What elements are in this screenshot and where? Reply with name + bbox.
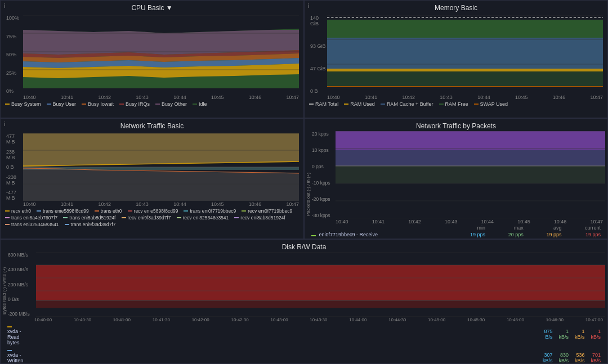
legend-trans-enie5898f8cd99: trans enie5898f8cd99 — [37, 208, 89, 214]
disk-row-xvda-read: xvda - Read bytes 875 B/s 1 kB/s 1 kB/s … — [5, 322, 603, 346]
legend-recv-eni0f7719bbec9: recv eni0f7719bbec9 — [242, 208, 292, 214]
cpu-chart-inner — [23, 15, 299, 94]
packets-row-eni0f7719: eni0f7719bbec9 - Receive 19 pps 20 pps 1… — [309, 231, 603, 238]
busy-iowait-icon — [82, 104, 86, 105]
xvda-read-color-icon — [7, 326, 12, 327]
legend-trans-eni0f7719bbec9: trans eni0f7719bbec9 — [184, 208, 236, 214]
legend-ram-total: RAM Total — [309, 101, 338, 107]
legend-busy-system: Busy System — [5, 101, 41, 107]
idle-icon — [193, 104, 197, 105]
network-traffic-y-axis: 477 MiB 238 MiB 0 B -238 MiB -477 MiB — [5, 133, 23, 201]
svg-marker-1 — [23, 30, 299, 55]
packets-col-label — [309, 224, 449, 231]
svg-marker-29 — [336, 131, 605, 150]
busy-irqs-icon — [119, 104, 124, 105]
cpu-svg — [23, 15, 299, 88]
legend-busy-other: Busy Other — [155, 101, 187, 107]
packets-y-label: Packets out (-) / in (+) — [305, 131, 312, 218]
packets-y-axis: 20 kpps 10 kpps 0 pps -10 kpps -20 kpps … — [312, 131, 334, 218]
legend-trans-eni8ab8d51924f: trans eni8ab8d51924f — [63, 215, 115, 221]
packets-stats-table: min max avg current eni0f7719bbec9 - Rec… — [309, 224, 603, 239]
packets-svg — [336, 131, 605, 218]
cpu-panel: i CPU Basic ▼ 100% 75% 50% 25% 0% — [0, 0, 304, 118]
network-packets-title[interactable]: Network Traffic by Packets — [305, 119, 607, 131]
disk-chart-area: Bytes read (-) / write (+) 600 MB/s 400 … — [1, 252, 607, 317]
legend-swap-used: SWAP Used — [474, 101, 508, 107]
legend-recv-eni9f3ad39d7f7: recv eni9f3ad39d7f7 — [122, 215, 171, 221]
packets-col-current: current — [564, 224, 603, 231]
packets-col-min: min — [449, 224, 488, 231]
legend-recv-enie5898f8cd99: recv enie5898f8cd99 — [128, 208, 178, 214]
legend-idle: Idle — [193, 101, 207, 107]
legend-ram-free: RAM Free — [439, 101, 468, 107]
swap-used-icon — [474, 104, 479, 105]
network-traffic-title[interactable]: Network Traffic Basic — [1, 119, 303, 131]
legend-trans-eni325346e3541: trans eni325346e3541 — [5, 222, 59, 227]
svg-marker-14 — [327, 69, 603, 71]
legend-ram-cache: RAM Cache + Buffer — [381, 101, 433, 107]
memory-x-axis: 10:40 10:41 10:42 10:43 10:44 10:45 10:4… — [327, 95, 603, 100]
cpu-y-axis: 100% 75% 50% 25% 0% — [5, 15, 23, 94]
network-traffic-info-icon: i — [4, 121, 5, 127]
network-traffic-chart-inner — [23, 133, 299, 201]
disk-stats-table: xvda - Read bytes 875 B/s 1 kB/s 1 kB/s … — [5, 322, 603, 364]
busy-system-icon — [5, 104, 10, 105]
network-packets-chart-area: Packets out (-) / in (+) 20 kpps 10 kpps… — [305, 131, 607, 218]
busy-user-icon — [47, 104, 51, 105]
packets-col-avg: avg — [526, 224, 564, 231]
legend-recv-eni8ab8d51924f: recv eni8ab8d51924f — [234, 215, 285, 221]
network-packets-panel: Network Traffic by Packets Packets out (… — [304, 118, 608, 239]
busy-other-icon — [155, 104, 160, 105]
svg-marker-39 — [36, 265, 605, 300]
ram-total-icon — [309, 104, 314, 105]
legend-busy-irqs: Busy IRQs — [119, 101, 150, 107]
network-traffic-x-axis: 10:40 10:41 10:42 10:43 10:44 10:45 10:4… — [23, 201, 299, 207]
legend-trans-eni6a4eb7607f7: trans eni6a4eb7607f7 — [5, 215, 57, 221]
ram-cache-icon — [381, 104, 385, 105]
legend-ram-used: RAM Used — [344, 101, 375, 107]
cpu-legend: Busy System Busy User Busy Iowait Busy I… — [1, 100, 303, 108]
packets-chart-inner: 20 kpps 10 kpps 0 pps -10 kpps -20 kpps … — [312, 131, 607, 218]
legend-busy-iowait: Busy Iowait — [82, 101, 114, 107]
disk-y-label: Bytes read (-) / write (+) — [1, 252, 8, 317]
memory-svg — [327, 15, 603, 88]
legend-busy-user: Busy User — [47, 101, 77, 107]
legend-recv-eth0: recv eth0 — [5, 208, 31, 214]
disk-panel: Disk R/W Data Bytes read (-) / write (+)… — [0, 239, 608, 364]
disk-svg — [36, 252, 605, 317]
eni0f7719-color-icon — [311, 235, 316, 236]
svg-marker-30 — [336, 150, 605, 166]
disk-x-axis: 10:40:00 10:40:30 10:41:00 10:41:30 10:4… — [34, 317, 603, 322]
memory-legend: RAM Total RAM Used RAM Cache + Buffer RA… — [305, 100, 607, 108]
disk-chart-inner: 600 MB/s 400 MB/s 200 MB/s 0 B/s -200 MB… — [8, 252, 607, 317]
network-traffic-chart: 477 MiB 238 MiB 0 B -238 MiB -477 MiB — [5, 133, 299, 201]
memory-y-axis: 140 GiB 93 GiB 47 GiB 0 B — [309, 15, 327, 94]
disk-y-axis: 600 MB/s 400 MB/s 200 MB/s 0 B/s -200 MB… — [8, 252, 35, 317]
memory-chart-inner — [327, 15, 603, 94]
packets-x-axis: 10:40 10:41 10:42 10:43 10:44 10:45 10:4… — [336, 219, 603, 224]
svg-marker-40 — [36, 300, 605, 308]
disk-svg-wrapper — [36, 252, 605, 317]
memory-panel: i Memory Basic 140 GiB 93 GiB 47 GiB 0 B — [304, 0, 608, 118]
network-traffic-panel: i Network Traffic Basic 477 MiB 238 MiB … — [0, 118, 304, 239]
dashboard: i CPU Basic ▼ 100% 75% 50% 25% 0% — [0, 0, 608, 364]
svg-marker-32 — [336, 166, 605, 183]
packets-col-max: max — [488, 224, 526, 231]
network-traffic-legend: recv eth0 trans enie5898f8cd99 trans eth… — [1, 207, 303, 228]
legend-trans-eth0: trans eth0 — [95, 208, 122, 214]
disk-row-xvda-write: xvda - Written bytes 307 kB/s 830 kB/s 5… — [5, 346, 603, 364]
memory-title[interactable]: Memory Basic — [305, 1, 607, 13]
legend-recv-eni325346e3541: recv eni325346e3541 — [177, 215, 229, 221]
svg-marker-15 — [327, 86, 603, 87]
legend-trans-eni9f3ad39d7f7: trans eni9f3ad39d7f7 — [65, 222, 116, 227]
ram-used-icon — [344, 104, 348, 105]
packets-svg-wrapper — [336, 131, 605, 218]
cpu-chart: 100% 75% 50% 25% 0% — [5, 15, 299, 94]
network-traffic-svg — [23, 133, 299, 201]
ram-free-icon — [439, 104, 444, 105]
disk-title[interactable]: Disk R/W Data — [1, 240, 607, 252]
memory-chart: 140 GiB 93 GiB 47 GiB 0 B — [309, 15, 603, 94]
xvda-write-color-icon — [7, 350, 12, 351]
cpu-info-icon: i — [4, 3, 5, 9]
cpu-title[interactable]: CPU Basic ▼ — [1, 1, 303, 13]
